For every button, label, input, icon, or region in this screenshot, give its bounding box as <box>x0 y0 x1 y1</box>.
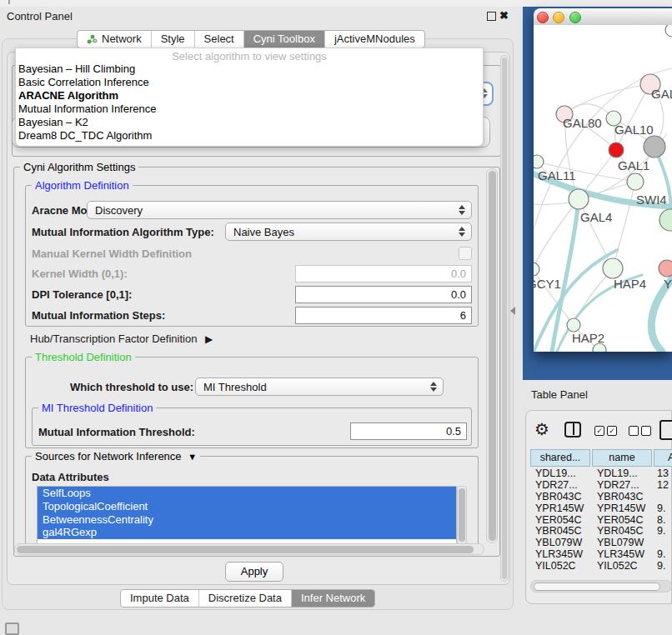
mi-threshold-field[interactable]: 0.5 <box>350 422 467 440</box>
algorithm-option[interactable]: Basic Correlation Inference <box>16 76 483 89</box>
expand-right-icon: ▶ <box>205 333 213 345</box>
node-label: GAL11 <box>538 168 576 182</box>
node-table[interactable]: YDL19...YDL19...13YDR27...YDR27...12YBR0… <box>530 468 672 572</box>
gal11-node[interactable] <box>534 155 544 168</box>
network-canvas[interactable]: GALGAL80GAL10GAL11GAL1SWI4GAL4GCY1HAP4YH… <box>534 25 672 352</box>
tab-impute-data[interactable]: Impute Data <box>121 590 199 607</box>
split-columns-icon[interactable] <box>564 422 581 438</box>
hap2-node[interactable] <box>567 318 580 332</box>
gal4-node[interactable] <box>569 189 589 209</box>
top-partial-node[interactable] <box>665 25 672 37</box>
table-row[interactable]: YBR043CYBR043C <box>530 492 672 503</box>
table-cell: YER054C <box>535 515 582 527</box>
table-cell: YLR345W <box>597 549 644 561</box>
attribute-list-item[interactable]: SelfLoops <box>38 487 456 500</box>
stepper-arrows-icon <box>459 227 465 237</box>
mi-steps-field[interactable]: 6 <box>295 307 472 324</box>
table-cell: YDR27... <box>535 480 578 492</box>
red-node[interactable] <box>609 142 624 158</box>
kernel-width-field[interactable]: 0.0 <box>295 265 472 282</box>
manual-kernel-width-checkbox[interactable] <box>459 247 472 260</box>
show-selected-columns-icon[interactable]: ✓ ✓ <box>594 426 617 436</box>
settings-vertical-scrollbar[interactable] <box>486 168 498 543</box>
network-desktop: GALGAL80GAL10GAL11GAL1SWI4GAL4GCY1HAP4YH… <box>523 7 672 380</box>
apply-button[interactable]: Apply <box>225 562 283 582</box>
table-row[interactable]: YIL052CYIL052C9. <box>530 561 672 572</box>
window-resize-tick <box>8 0 10 4</box>
table-cell: YBR043C <box>535 492 582 503</box>
mi-steps-label: Mutual Information Steps: <box>32 309 165 322</box>
gcy1-node[interactable] <box>534 262 539 276</box>
data-attributes-label: Data Attributes <box>32 471 109 483</box>
which-threshold-combo[interactable]: MI Threshold <box>195 378 444 396</box>
column-header-shared-name[interactable]: shared... <box>530 449 590 467</box>
node-label: Y <box>664 277 672 291</box>
node-label: GAL <box>651 87 672 101</box>
dpi-tolerance-field[interactable]: 0.0 <box>295 286 472 303</box>
aracne-mode-combo[interactable]: Discovery <box>87 201 472 219</box>
column-header-partial[interactable]: A <box>654 449 672 467</box>
gear-icon[interactable]: ⚙ <box>534 419 549 439</box>
tab-infer-network[interactable]: Infer Network <box>292 590 374 607</box>
algorithm-definition-title: Algorithm Definition <box>32 179 133 192</box>
data-attributes-list[interactable]: SelfLoopsTopologicalCoefficientBetweenne… <box>37 486 457 544</box>
zoom-traffic-light[interactable] <box>569 12 581 23</box>
table-cell: 9. <box>657 503 665 515</box>
column-header-name[interactable]: name <box>592 449 652 467</box>
algorithm-option[interactable]: Mutual Information Inference <box>16 102 483 116</box>
splitter-collapse-icon[interactable] <box>510 307 515 315</box>
collapsed-panel-icon[interactable] <box>5 622 19 635</box>
hub-expander[interactable]: Hub/Transcription Factor Definition ▶ <box>30 332 213 345</box>
node-label: HAP4 <box>614 277 646 291</box>
stepper-arrows-icon <box>459 205 465 215</box>
minimize-traffic-light[interactable] <box>553 12 564 23</box>
which-threshold-label: Which threshold to use: <box>70 381 193 393</box>
hide-columns-icon[interactable] <box>629 426 651 436</box>
attribute-list-scrollbar[interactable] <box>457 486 467 544</box>
algorithm-option[interactable]: Dream8 DC_TDC Algorithm <box>16 129 483 142</box>
table-cell: YBR043C <box>597 492 644 503</box>
close-traffic-light[interactable] <box>537 12 549 23</box>
tab-network[interactable]: Network <box>78 31 152 48</box>
right-green-node[interactable] <box>659 209 672 231</box>
table-row[interactable]: YLR345WYLR345W9. <box>530 549 672 561</box>
tab-jactivemnodules[interactable]: jActiveMNodules <box>325 31 424 48</box>
salmon-node[interactable] <box>659 260 672 277</box>
algorithm-option[interactable]: Bayesian – Hill Climbing <box>16 62 483 76</box>
cyni-bottom-tabbar: Impute Data Discretize Data Infer Networ… <box>120 589 375 608</box>
table-row[interactable]: YER054CYER054C8. <box>530 515 672 527</box>
table-cell: YBR045C <box>597 526 644 538</box>
attribute-list-item[interactable]: BetweennessCentrality <box>38 513 456 527</box>
table-row[interactable]: YBL079WYBL079W <box>530 538 672 549</box>
table-row[interactable]: YDR27...YDR27...12 <box>530 480 672 492</box>
attribute-list-item[interactable]: TopologicalCoefficient <box>38 500 456 513</box>
table-horizontal-scrollbar[interactable] <box>530 580 672 592</box>
new-table-icon[interactable] <box>659 420 672 440</box>
settings-horizontal-scrollbar[interactable] <box>14 543 484 555</box>
close-panel-icon[interactable]: ✖ <box>499 9 509 22</box>
tab-cyni-toolbox[interactable]: Cyni Toolbox <box>244 31 325 48</box>
kernel-width-label: Kernel Width (0,1): <box>32 268 128 280</box>
network-edge <box>564 84 650 114</box>
cyni-algorithm-settings-title: Cyni Algorithm Settings <box>20 161 138 173</box>
algorithm-option[interactable]: Bayesian – K2 <box>16 116 483 129</box>
tab-style[interactable]: Style <box>152 31 195 48</box>
tab-select[interactable]: Select <box>195 31 244 48</box>
sources-title[interactable]: Sources for Network Inference ▼ <box>32 450 200 462</box>
gray-node[interactable] <box>644 136 665 158</box>
tab-discretize-data[interactable]: Discretize Data <box>199 590 292 607</box>
table-row[interactable]: YBR045CYBR045C9. <box>530 526 672 538</box>
table-row[interactable]: YDL19...YDL19...13 <box>530 468 672 480</box>
panel-vertical-scrollbar[interactable] <box>500 55 509 582</box>
gal1-node[interactable] <box>627 173 644 190</box>
network-window-titlebar[interactable] <box>534 8 672 26</box>
hap4-node[interactable] <box>603 258 623 278</box>
attribute-list-item[interactable]: gal4RGexp <box>38 526 456 539</box>
float-panel-icon[interactable] <box>487 12 496 21</box>
network-view-window[interactable]: GALGAL80GAL10GAL11GAL1SWI4GAL4GCY1HAP4YH… <box>534 8 672 352</box>
mi-algorithm-type-combo[interactable]: Naive Bayes <box>225 222 472 241</box>
table-panel-title: Table Panel <box>531 388 588 401</box>
table-row[interactable]: YPR145WYPR145W9. <box>530 503 672 515</box>
algorithm-option[interactable]: ARACNE Algorithm <box>16 89 483 102</box>
node-label: HAP2 <box>572 331 604 345</box>
